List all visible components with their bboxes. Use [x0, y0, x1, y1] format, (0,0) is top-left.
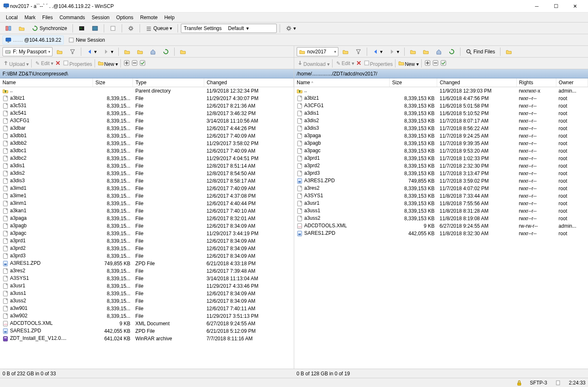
- new-session-button[interactable]: New Session: [65, 35, 108, 45]
- parent-row[interactable]: ..Parent directory11/9/2018 12:32:34 PM: [0, 87, 294, 95]
- queue-button[interactable]: Queue ▾: [143, 24, 175, 33]
- file-row[interactable]: ADCDTOOLS.XML 9 KB 6/27/2018 9:24:55 AM …: [294, 222, 588, 230]
- file-row[interactable]: a3dbar 8,339,15... File 12/6/2017 4:44:2…: [0, 125, 294, 132]
- remote-filter[interactable]: [353, 47, 364, 56]
- file-row[interactable]: a3prd2 8,339,15... File 12/6/2017 8:34:0…: [0, 245, 294, 252]
- menu-session[interactable]: Session: [88, 15, 113, 20]
- file-row[interactable]: SARES1.ZPD 442,055 KB 11/8/2018 8:32:30 …: [294, 230, 588, 237]
- remote-back[interactable]: ▾: [370, 47, 385, 56]
- file-row[interactable]: a3dis2 8,339,15... File 12/8/2017 8:54:5…: [0, 170, 294, 177]
- col-changed-r[interactable]: Changed: [437, 78, 516, 87]
- menu-mark[interactable]: Mark: [21, 15, 39, 20]
- new-button-left[interactable]: New ▾: [98, 60, 118, 67]
- file-row[interactable]: a3uss1 8,339,153 KB 11/8/2018 8:31:28 AM…: [294, 207, 588, 215]
- file-row[interactable]: a3c531 8,339,15... File 12/6/2017 8:21:3…: [0, 102, 294, 110]
- minimize-button[interactable]: ─: [527, 0, 546, 13]
- file-row[interactable]: A3CFG1 8,339,15... File 3/14/2018 11:10:…: [0, 117, 294, 125]
- preferences-button[interactable]: [125, 24, 137, 33]
- file-row[interactable]: a3usr1 8,339,153 KB 11/8/2018 7:55:56 AM…: [294, 200, 588, 207]
- minus-button-left[interactable]: [131, 60, 138, 67]
- file-row[interactable]: a3res2 8,339,15... File 12/6/2017 7:39:4…: [0, 267, 294, 275]
- file-row[interactable]: A3SYS1 8,339,153 KB 11/8/2018 7:33:44 AM…: [294, 192, 588, 200]
- file-row[interactable]: a3uss1 8,339,15... File 12/6/2017 8:34:0…: [0, 290, 294, 297]
- file-row[interactable]: a3uss2 8,339,153 KB 11/8/2018 8:19:08 AM…: [294, 215, 588, 222]
- menu-help[interactable]: Help: [161, 15, 178, 20]
- file-row[interactable]: SARES1.ZPD 442,055 KB ZPD File 6/21/2018…: [0, 327, 294, 335]
- file-row[interactable]: a3prd3 8,339,15... File 12/6/2017 8:34:0…: [0, 252, 294, 260]
- edit-button-right[interactable]: ✎Edit ▾: [335, 60, 354, 67]
- file-row[interactable]: a3c541 8,339,15... File 12/8/2017 3:46:3…: [0, 110, 294, 117]
- file-row[interactable]: a3dis2 8,339,153 KB 11/7/2018 8:07:17 AM…: [294, 117, 588, 125]
- file-row[interactable]: a3dbc2 8,339,15... File 11/29/2017 4:04:…: [0, 155, 294, 162]
- file-row[interactable]: a3dis1 8,339,15... File 12/8/2017 8:51:1…: [0, 162, 294, 170]
- menu-local[interactable]: Local: [3, 15, 21, 20]
- local-file-list[interactable]: Name Size Type Changed ..Parent director…: [0, 78, 294, 369]
- file-row[interactable]: a3dbc1 8,339,15... File 12/6/2017 7:40:0…: [0, 147, 294, 155]
- properties-button-left[interactable]: Properties: [63, 60, 92, 67]
- file-row[interactable]: A3SYS1 8,339,15... File 3/14/2018 11:13:…: [0, 275, 294, 282]
- local-path[interactable]: F:\IBM ZD&T\Uncompressed\: [0, 69, 294, 78]
- delete-button-left[interactable]: [55, 60, 61, 67]
- remote-home[interactable]: [433, 47, 445, 56]
- local-filter[interactable]: [67, 47, 78, 56]
- file-row[interactable]: a3prd3 8,339,153 KB 11/7/2018 3:13:47 PM…: [294, 170, 588, 177]
- remote-drive-combo[interactable]: nov2017▾: [297, 47, 338, 56]
- file-row[interactable]: A3RES1.ZPD 749,855 KB 11/7/2018 3:59:02 …: [294, 177, 588, 185]
- file-row[interactable]: a3uss2 8,339,15... File 12/6/2017 8:34:0…: [0, 297, 294, 305]
- minus-button-right[interactable]: [432, 60, 439, 67]
- edit-button-left[interactable]: ✎Edit ▾: [34, 60, 53, 67]
- check-button-right[interactable]: [440, 60, 447, 67]
- file-row[interactable]: a3dbb1 8,339,15... File 12/6/2017 7:40:0…: [0, 132, 294, 140]
- file-row[interactable]: a3dis3 8,339,153 KB 11/7/2018 8:56:22 AM…: [294, 125, 588, 132]
- file-row[interactable]: a3imd1 8,339,15... File 12/6/2017 7:40:0…: [0, 185, 294, 192]
- transfer-settings-gear[interactable]: ▾: [283, 24, 298, 33]
- file-row[interactable]: a3kan1 8,339,15... File 12/6/2017 7:40:1…: [0, 207, 294, 215]
- synchronize-button[interactable]: Synchronize: [29, 24, 70, 33]
- local-bookmark[interactable]: [177, 47, 189, 56]
- close-button[interactable]: ✕: [565, 0, 585, 13]
- delete-button-right[interactable]: [355, 60, 362, 67]
- sync-panes-button[interactable]: [3, 24, 14, 33]
- commander-button[interactable]: [89, 24, 101, 33]
- local-back[interactable]: ▾: [84, 47, 99, 56]
- col-type[interactable]: Type: [133, 78, 204, 87]
- check-button-left[interactable]: [139, 60, 146, 67]
- clipboard-icon[interactable]: [555, 379, 561, 386]
- parent-row[interactable]: ..11/9/2018 12:39:03 PMrwxrwxr-xadmin...: [294, 87, 588, 95]
- file-row[interactable]: A3RES1.ZPD 749,855 KB ZPD File 6/21/2018…: [0, 260, 294, 267]
- local-home[interactable]: [147, 47, 159, 56]
- remote-refresh[interactable]: [446, 47, 458, 56]
- col-owner[interactable]: Owner: [556, 78, 588, 87]
- file-row[interactable]: a3ime1 8,339,15... File 12/6/2017 4:37:0…: [0, 192, 294, 200]
- file-row[interactable]: ZDT_Install_EE_V12.0.... 641,024 KB WinR…: [0, 335, 294, 342]
- file-row[interactable]: a3paga 8,339,15... File 12/6/2017 8:32:0…: [0, 215, 294, 222]
- file-row[interactable]: a3w902 8,339,15... File 11/29/2017 3:51:…: [0, 312, 294, 320]
- menu-remote[interactable]: Remote: [137, 15, 161, 20]
- remote-file-list[interactable]: Name ^ Size Changed Rights Owner ..11/9/…: [294, 78, 588, 369]
- col-name[interactable]: Name: [0, 78, 93, 87]
- file-row[interactable]: a3dis3 8,339,15... File 12/8/2017 8:58:1…: [0, 177, 294, 185]
- file-row[interactable]: a3prd1 8,339,15... File 12/6/2017 8:34:0…: [0, 237, 294, 245]
- transfer-settings-combo[interactable]: Transfer Settings Default ▾: [181, 24, 277, 33]
- file-row[interactable]: a3pagc 8,339,153 KB 11/7/2018 9:53:20 AM…: [294, 147, 588, 155]
- local-up2[interactable]: [134, 47, 146, 56]
- file-row[interactable]: a3pagc 8,339,15... File 11/29/2017 3:44:…: [0, 230, 294, 237]
- file-row[interactable]: a3usr1 8,339,15... File 11/29/2017 4:33:…: [0, 282, 294, 290]
- plus-button-right[interactable]: [424, 60, 431, 67]
- col-changed[interactable]: Changed: [204, 78, 293, 87]
- menu-commands[interactable]: Commands: [56, 15, 88, 20]
- menu-files[interactable]: Files: [39, 15, 56, 20]
- properties-button-right[interactable]: Properties: [363, 60, 393, 67]
- explorer-button[interactable]: [107, 24, 119, 33]
- remote-forward[interactable]: ▾: [386, 47, 402, 56]
- col-name-r[interactable]: Name ^: [294, 78, 389, 87]
- file-row[interactable]: a3dis1 8,339,153 KB 11/6/2018 5:10:52 PM…: [294, 110, 588, 117]
- file-row[interactable]: A3CFG1 8,339,153 KB 11/6/2018 5:01:58 PM…: [294, 102, 588, 110]
- menu-options[interactable]: Options: [113, 15, 137, 20]
- local-refresh[interactable]: [160, 47, 172, 56]
- col-size-r[interactable]: Size: [389, 78, 437, 87]
- remote-path[interactable]: /home/…………/ZDT/adcd/nov2017/: [294, 69, 588, 78]
- file-row[interactable]: a3blz1 8,339,15... File 11/29/2017 4:30:…: [0, 95, 294, 102]
- new-button-right[interactable]: New ▾: [398, 60, 418, 67]
- file-row[interactable]: a3pagb 8,339,15... File 12/6/2017 8:34:0…: [0, 222, 294, 230]
